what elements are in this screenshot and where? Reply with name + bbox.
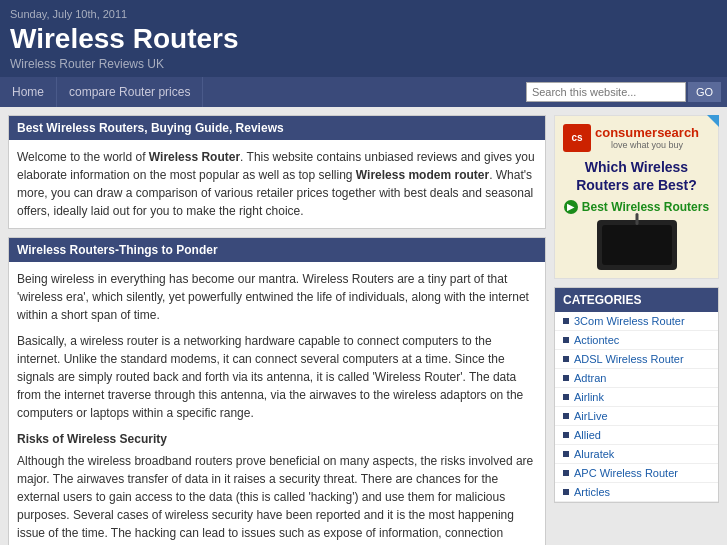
- date-bar: Sunday, July 10th, 2011: [10, 8, 717, 20]
- nav-home[interactable]: Home: [0, 77, 57, 107]
- category-item[interactable]: 3Com Wireless Router: [555, 312, 718, 331]
- sidebar-categories: CATEGORIES 3Com Wireless RouterActiontec…: [554, 287, 719, 503]
- category-item[interactable]: Adtran: [555, 369, 718, 388]
- category-item[interactable]: ADSL Wireless Router: [555, 350, 718, 369]
- site-subtitle: Wireless Router Reviews UK: [10, 57, 717, 71]
- cat-label: 3Com Wireless Router: [574, 315, 685, 327]
- category-item[interactable]: Allied: [555, 426, 718, 445]
- nav-search-area: GO: [526, 82, 727, 102]
- section-things-to-ponder: Wireless Routers-Things to Ponder Being …: [8, 237, 546, 545]
- category-item[interactable]: APC Wireless Router: [555, 464, 718, 483]
- section-para-networking: Basically, a wireless router is a networ…: [17, 332, 537, 422]
- category-item[interactable]: Actiontec: [555, 331, 718, 350]
- cat-label: Allied: [574, 429, 601, 441]
- cat-label: APC Wireless Router: [574, 467, 678, 479]
- cat-bullet: [563, 375, 569, 381]
- cat-label: Articles: [574, 486, 610, 498]
- categories-list: 3Com Wireless RouterActiontecADSL Wirele…: [555, 312, 718, 502]
- category-item[interactable]: AirLive: [555, 407, 718, 426]
- section-body-1: Welcome to the world of Wireless Router.…: [9, 140, 545, 228]
- ad-box[interactable]: cs consumersearch love what you buy Whic…: [554, 115, 719, 279]
- bold-wireless-router: Wireless Router: [149, 150, 240, 164]
- cat-bullet: [563, 318, 569, 324]
- ad-link[interactable]: ▶ Best Wireless Routers: [563, 200, 710, 214]
- ad-router-image: [597, 220, 677, 270]
- section-heading-2: Wireless Routers-Things to Ponder: [9, 238, 545, 262]
- cat-bullet: [563, 413, 569, 419]
- ad-question: Which Wireless Routers are Best?: [563, 158, 710, 194]
- nav-compare[interactable]: compare Router prices: [57, 77, 203, 107]
- cat-bullet: [563, 394, 569, 400]
- section-para-wireless-era: Being wireless in everything has become …: [17, 270, 537, 324]
- ad-corner-decoration: [707, 115, 719, 127]
- cat-bullet: [563, 489, 569, 495]
- bold-wireless-modem: Wireless modem router: [356, 168, 489, 182]
- cat-label: Adtran: [574, 372, 606, 384]
- cat-label: Aluratek: [574, 448, 614, 460]
- search-input[interactable]: [526, 82, 686, 102]
- content-area: Best Wireless Routers, Buying Guide, Rev…: [8, 115, 546, 545]
- section-para-risks: Although the wireless broadband routers …: [17, 452, 537, 545]
- cat-label: ADSL Wireless Router: [574, 353, 684, 365]
- section-body-2: Being wireless in everything has become …: [9, 262, 545, 545]
- section-para-1: Welcome to the world of Wireless Router.…: [17, 148, 537, 220]
- ad-brand: consumersearch: [595, 125, 699, 140]
- main-layout: Best Wireless Routers, Buying Guide, Rev…: [0, 107, 727, 545]
- cat-bullet: [563, 470, 569, 476]
- cat-bullet: [563, 432, 569, 438]
- categories-heading: CATEGORIES: [555, 288, 718, 312]
- category-item[interactable]: Articles: [555, 483, 718, 502]
- search-button[interactable]: GO: [688, 82, 721, 102]
- ad-logo: cs consumersearch love what you buy: [563, 124, 710, 152]
- cat-label: Airlink: [574, 391, 604, 403]
- sidebar: cs consumersearch love what you buy Whic…: [554, 115, 719, 545]
- category-item[interactable]: Aluratek: [555, 445, 718, 464]
- cat-bullet: [563, 337, 569, 343]
- navbar: Home compare Router prices GO: [0, 77, 727, 107]
- cat-bullet: [563, 356, 569, 362]
- section-heading-1: Best Wireless Routers, Buying Guide, Rev…: [9, 116, 545, 140]
- ad-link-text: Best Wireless Routers: [582, 200, 709, 214]
- ad-box-wrapper: cs consumersearch love what you buy Whic…: [554, 115, 719, 279]
- site-title: Wireless Routers: [10, 24, 717, 55]
- ad-tagline: love what you buy: [595, 140, 699, 150]
- site-header: Sunday, July 10th, 2011 Wireless Routers…: [0, 0, 727, 77]
- ad-brand-text: consumersearch love what you buy: [595, 125, 699, 150]
- section-buying-guide: Best Wireless Routers, Buying Guide, Rev…: [8, 115, 546, 229]
- category-item[interactable]: Airlink: [555, 388, 718, 407]
- cat-label: AirLive: [574, 410, 608, 422]
- router-shape: [602, 225, 672, 265]
- subheading-risks: Risks of Wireless Security: [17, 430, 537, 448]
- ad-link-icon: ▶: [564, 200, 578, 214]
- cat-label: Actiontec: [574, 334, 619, 346]
- cat-bullet: [563, 451, 569, 457]
- ad-logo-icon: cs: [563, 124, 591, 152]
